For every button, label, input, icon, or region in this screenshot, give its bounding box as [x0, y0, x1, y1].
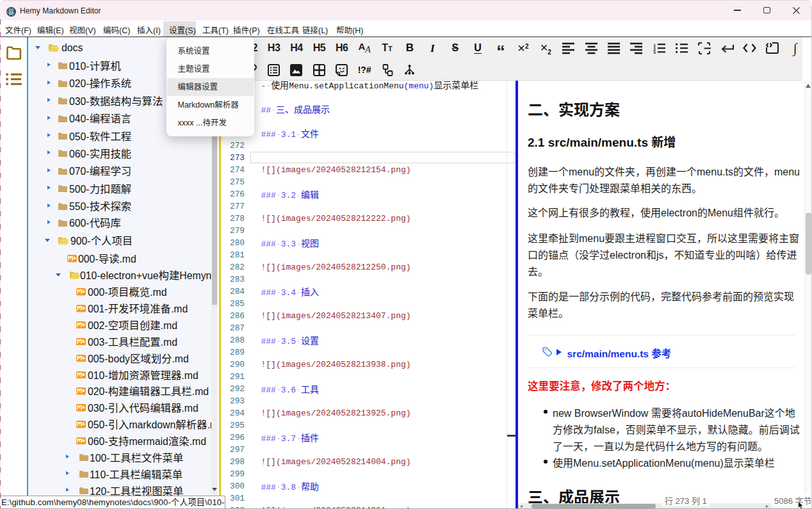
- svg-text:3: 3: [653, 51, 656, 54]
